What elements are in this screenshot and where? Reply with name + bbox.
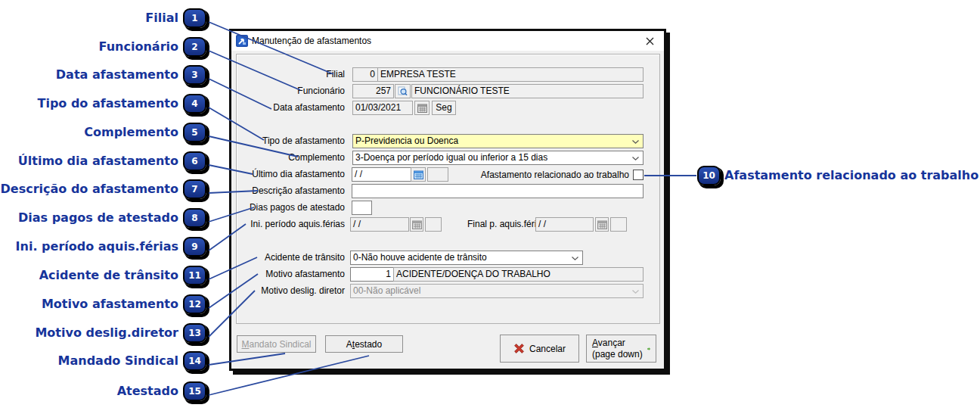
- funcionario-code-field[interactable]: 257: [352, 84, 394, 98]
- green-arrow-icon: [647, 344, 650, 354]
- annotation-badge-3: 3: [183, 65, 206, 85]
- filial-label: Filial: [235, 67, 345, 82]
- annotation-label-12: Motivo afastamento: [42, 294, 178, 314]
- annotation-label-8: Dias pagos de atestado: [18, 208, 178, 228]
- filial-name-field[interactable]: EMPRESA TESTE: [377, 67, 644, 82]
- annotation-badge-14: 14: [183, 351, 206, 371]
- complemento-label: Complemento: [235, 151, 345, 165]
- mandato-sindical-mnemonic: M: [241, 339, 249, 350]
- tipo-afastamento-label: Tipo de afastamento: [235, 134, 345, 148]
- data-afastamento-weekday: Seg: [432, 101, 456, 115]
- annotation-badge-15: 15: [183, 381, 206, 401]
- complemento-value: 3-Doença por período igual ou inferior a…: [355, 152, 547, 163]
- acidente-transito-select[interactable]: 0-Não houve acidente de trânsito: [350, 251, 583, 265]
- annotation-label-7: Descrição do afastamento: [1, 179, 178, 199]
- ferias-inicio-calendar-button[interactable]: [410, 217, 423, 232]
- annotation-badge-13: 13: [183, 323, 206, 343]
- cancelar-label: Cancelar: [529, 344, 566, 354]
- atestado-label-pre: A: [346, 339, 352, 350]
- complemento-select[interactable]: 3-Doença por período igual ou inferior a…: [352, 151, 644, 165]
- annotation-label-10: Afastamento relacionado ao trabalho: [724, 166, 978, 185]
- annotation-badge-1: 1: [183, 8, 206, 28]
- annotation-badge-8: 8: [183, 208, 206, 228]
- annotation-label-11: Acidente de trânsito: [39, 266, 178, 285]
- chevron-down-icon: [632, 290, 639, 294]
- ferias-inicio-field[interactable]: / /: [350, 217, 409, 232]
- motivo-afastamento-label: Motivo afastamento: [235, 267, 345, 282]
- dias-pagos-field[interactable]: [352, 201, 372, 215]
- descricao-field[interactable]: [352, 184, 644, 198]
- chevron-down-icon: [632, 140, 639, 144]
- ferias-inicio-label: Ini. período aquis.férias: [235, 217, 345, 232]
- motivo-deslig-label: Motivo deslig. diretor: [235, 284, 345, 298]
- annotation-badge-2: 2: [183, 37, 206, 57]
- tipo-afastamento-select[interactable]: P-Previdencia ou Doenca: [352, 134, 644, 148]
- data-afastamento-field[interactable]: 01/03/2021: [352, 101, 413, 115]
- ferias-final-field[interactable]: / /: [535, 217, 594, 232]
- funcionario-lookup-button[interactable]: [395, 84, 411, 98]
- ultimo-dia-label: Último dia afastamento: [235, 167, 345, 182]
- data-afastamento-calendar-button[interactable]: [414, 101, 430, 115]
- calendar-icon: [597, 220, 607, 229]
- annotation-label-15: Atestado: [117, 381, 178, 401]
- motivo-afastamento-code-field[interactable]: 1: [350, 267, 394, 282]
- cancelar-button[interactable]: Cancelar: [500, 335, 579, 363]
- search-icon: [398, 86, 408, 96]
- annotation-badge-6: 6: [183, 151, 206, 171]
- close-icon: [646, 37, 654, 45]
- ferias-final-label: Final p. aquis.férias: [467, 217, 532, 232]
- funcionario-name-field[interactable]: FUNCIONÁRIO TESTE: [411, 84, 644, 98]
- annotation-badge-7: 7: [183, 179, 206, 199]
- annotation-badge-5: 5: [183, 123, 206, 142]
- annotation-badge-12: 12: [183, 294, 206, 314]
- motivo-deslig-select: 00-Não aplicável: [350, 284, 644, 298]
- tipo-afastamento-value: P-Previdencia ou Doenca: [355, 135, 458, 146]
- descricao-label: Descrição afastamento: [235, 184, 345, 198]
- ferias-final-calendar-button[interactable]: [595, 217, 609, 232]
- ferias-inicio-weekday-box: [425, 217, 442, 232]
- mandato-sindical-button[interactable]: Mandato Sindical: [237, 335, 316, 353]
- annotation-badge-11: 11: [183, 266, 206, 285]
- mandato-sindical-label: andato Sindical: [249, 339, 311, 350]
- funcionario-label: Funcionário: [235, 84, 345, 98]
- annotation-label-9: Ini. período aquis.férias: [16, 237, 178, 257]
- annotation-badge-10: 10: [697, 166, 721, 185]
- ferias-final-weekday-box: [610, 217, 627, 232]
- annotation-label-5: Complemento: [84, 123, 178, 142]
- data-afastamento-label: Data afastamento: [235, 101, 345, 115]
- calendar-icon: [412, 220, 422, 229]
- relacionado-trabalho-checkbox[interactable]: [633, 170, 644, 180]
- atestado-label: estado: [355, 339, 382, 350]
- chevron-down-icon: [632, 157, 639, 160]
- annotation-label-14: Mandado Sindical: [58, 351, 178, 371]
- annotation-label-4: Tipo do afastamento: [37, 94, 178, 114]
- cancel-x-icon: [513, 343, 525, 354]
- avancar-label-line2: (page down): [592, 349, 643, 360]
- avancar-button[interactable]: Avançar(page down): [586, 335, 656, 363]
- acidente-transito-value: 0-Não houve acidente de trânsito: [353, 252, 487, 263]
- dialog-titlebar: Manutenção de afastamentos: [231, 31, 664, 51]
- dialog-manutencao-afastamentos: Manutenção de afastamentos Filial 0 EMPR…: [229, 29, 666, 371]
- annotation-badge-9: 9: [183, 237, 206, 257]
- close-button[interactable]: [638, 31, 661, 51]
- motivo-deslig-value: 00-Não aplicável: [353, 285, 420, 296]
- acidente-transito-label: Acidente de trânsito: [235, 251, 345, 265]
- atestado-button[interactable]: Atestado: [325, 335, 403, 353]
- chevron-down-icon: [572, 257, 578, 260]
- relacionado-trabalho-label: Afastamento relacionado ao trabalho: [398, 168, 629, 182]
- avancar-label: vançar: [598, 338, 625, 348]
- dialog-title: Manutenção de afastamentos: [252, 36, 638, 46]
- annotation-label-6: Último dia afastamento: [18, 151, 178, 171]
- annotation-label-1: Filial: [145, 8, 178, 28]
- annotation-label-3: Data afastamento: [56, 65, 178, 85]
- filial-code-field[interactable]: 0: [352, 67, 378, 82]
- app-icon: [236, 35, 248, 47]
- calendar-icon: [417, 104, 427, 113]
- avancar-mnemonic: A: [592, 338, 598, 348]
- annotation-label-13: Motivo deslig.diretor: [35, 323, 178, 343]
- annotation-label-2: Funcionário: [99, 37, 178, 57]
- annotation-badge-4: 4: [183, 94, 206, 114]
- dias-pagos-label: Dias pagos de atestado: [235, 201, 345, 215]
- motivo-afastamento-name-field[interactable]: ACIDENTE/DOENÇA DO TRABALHO: [393, 267, 644, 282]
